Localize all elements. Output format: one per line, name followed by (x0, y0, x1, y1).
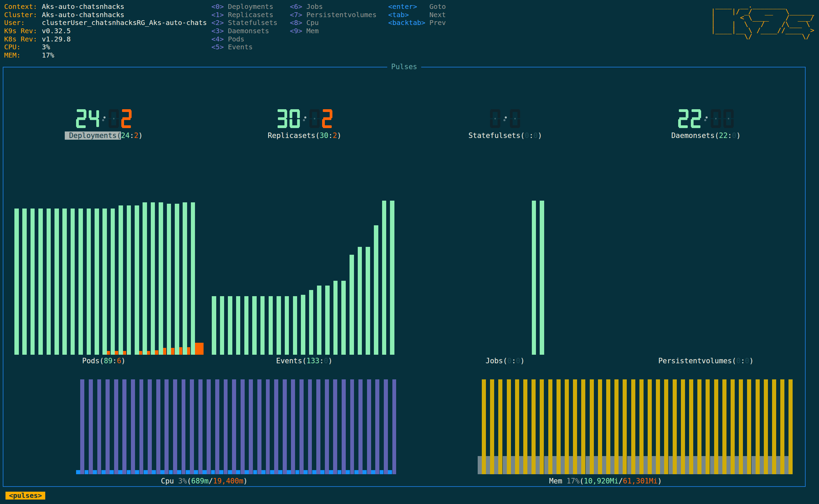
menu-item-mem[interactable]: <9>Mem (290, 27, 377, 35)
label-segment: 2 (333, 131, 337, 140)
menu-item-persistentvolumes[interactable]: <7>Persistentvolumes (290, 11, 377, 19)
menu-item-prev[interactable]: <backtab>Prev (388, 19, 446, 27)
digit-ghost (723, 109, 734, 128)
menu-item-statefulsets[interactable]: <2>Statefulsets (211, 19, 278, 27)
menu-item-deployments[interactable]: <0>Deployments (211, 3, 278, 11)
menu-item-events[interactable]: <5>Events (211, 43, 278, 51)
label-segment: ) (328, 357, 333, 365)
label-segment: Events( (276, 357, 307, 365)
info-row-context: Context:Aks-auto-chatsnhacks (4, 3, 207, 11)
info-value: Aks-auto-chatsnhacks (42, 2, 124, 11)
label-segment: 89 (104, 357, 112, 365)
digit-4 (89, 109, 99, 128)
label-segment: 61,301Mi (623, 477, 658, 485)
label-segment: : (319, 357, 324, 365)
info-value: 17% (42, 51, 54, 59)
digit-colon (503, 109, 508, 128)
menu-item-replicasets[interactable]: <1>Replicasets (211, 11, 278, 19)
breadcrumb-pulses[interactable]: <pulses> (5, 492, 45, 500)
menu-label: Replicasets (228, 11, 273, 19)
label-segment: Jobs( (486, 357, 507, 365)
menu-hotkey: <4> (211, 35, 228, 43)
menu-item-goto[interactable]: <enter>Goto (388, 3, 446, 11)
menu-column-2: <enter>Goto<tab>Next<backtab>Prev (388, 3, 446, 27)
label-segment: 133 (306, 357, 319, 365)
menu-label: Next (429, 11, 446, 19)
info-key: User: (4, 19, 42, 27)
chart-jobs[interactable] (419, 201, 630, 355)
panel-title: Pulses (387, 63, 421, 71)
info-value: clusterUser_chatsnhacksRG_Aks-auto-chats (42, 18, 207, 27)
label-segment: ) (538, 131, 542, 140)
digit-ghost (109, 109, 119, 128)
label-segment: : (328, 131, 333, 140)
digit-2 (322, 109, 332, 128)
info-value: Aks-auto-chatsnhacks (42, 11, 124, 19)
label-segment: : (728, 131, 732, 140)
menu-item-pods[interactable]: <4>Pods (211, 35, 278, 43)
menu-item-next[interactable]: <tab>Next (388, 11, 446, 19)
chart-cpu[interactable] (76, 379, 407, 474)
label-segment: Pods( (82, 357, 104, 365)
menu-label: Jobs (306, 2, 323, 11)
chart-label-persistentvolumes: Persistentvolumes(0:0) (603, 357, 809, 365)
counter-statefulsets[interactable] (405, 109, 606, 128)
chart-events[interactable] (212, 201, 408, 355)
counter-label-daemonsets: Daemonsets(22:0) (603, 132, 809, 140)
info-row-k8srev: K8s Rev:v1.29.8 (4, 35, 207, 43)
label-segment: ) (749, 357, 754, 365)
menu-item-jobs[interactable]: <6>Jobs (290, 3, 377, 11)
digit-colon (704, 109, 708, 128)
info-key: Context: (4, 3, 42, 11)
digit-0 (290, 109, 300, 128)
menu-hotkey: <9> (290, 27, 306, 35)
label-segment: : (112, 357, 117, 365)
chart-label-events: Events(133:0) (201, 357, 407, 365)
info-key: CPU: (4, 43, 42, 51)
label-segment: ) (520, 357, 525, 365)
label-segment: 3% (178, 477, 187, 485)
chart-label-jobs: Jobs(0:0) (402, 357, 608, 365)
chart-mem[interactable] (478, 379, 803, 474)
counter-deployments[interactable] (3, 109, 204, 128)
label-segment: ) (121, 357, 126, 365)
label-segment: Statefulsets( (468, 131, 525, 140)
chart-pods[interactable] (14, 201, 209, 355)
k9s-logo: ____ __.________ | |/ _/ __ \______ | < … (711, 2, 814, 39)
label-segment: ) (337, 131, 341, 140)
label-segment: 0 (534, 131, 538, 140)
menu-item-daemonsets[interactable]: <3>Daemonsets (211, 27, 278, 35)
counter-replicasets[interactable] (204, 109, 405, 128)
info-row-k9srev: K9s Rev:v0.32.5 (4, 27, 207, 35)
label-segment: ( (187, 477, 191, 485)
digit-2 (678, 109, 688, 128)
menu-hotkey: <5> (211, 43, 228, 51)
label-segment: : (130, 131, 134, 140)
menu-label: Daemonsets (228, 27, 269, 35)
label-segment: 6 (117, 357, 121, 365)
menu-hotkey: <6> (290, 3, 306, 11)
menu-label: Cpu (306, 18, 319, 27)
label-segment: Replicasets( (268, 131, 320, 140)
label-segment: 30 (320, 131, 328, 140)
digit-ghost (510, 109, 520, 128)
menu-item-cpu[interactable]: <8>Cpu (290, 19, 377, 27)
label-segment: Mem (549, 477, 567, 485)
counter-daemonsets[interactable] (606, 109, 806, 128)
label-segment: ) (658, 477, 662, 485)
counter-label-statefulsets: Statefulsets(0:0) (402, 132, 608, 140)
menu-label: Prev (429, 18, 446, 27)
chart-label-mem: Mem 17%(10,920Mi/61,301Mi) (503, 477, 708, 485)
label-segment: Persistentvolumes( (658, 357, 736, 365)
label-segment: : (512, 357, 516, 365)
label-segment: 0 (516, 357, 521, 365)
menu-hotkey: <0> (211, 3, 228, 11)
info-row-mem: MEM:17% (4, 51, 207, 60)
chart-label-pods: Pods(89:6) (1, 357, 207, 365)
label-segment: ) (243, 477, 248, 485)
digit-ghost (711, 109, 721, 128)
chart-persistentvolumes[interactable] (616, 201, 819, 355)
digit-ghost (490, 109, 500, 128)
digit-2 (76, 109, 86, 128)
menu-label: Statefulsets (228, 18, 278, 27)
